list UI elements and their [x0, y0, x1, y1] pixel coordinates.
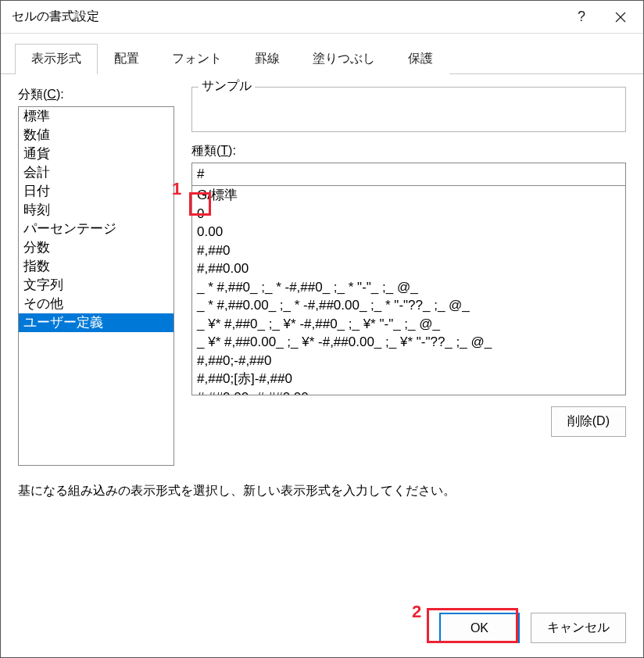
close-icon: [615, 12, 626, 23]
tab-配置[interactable]: 配置: [98, 44, 156, 74]
window-title: セルの書式設定: [12, 9, 562, 25]
format-item[interactable]: #,##0.00;-#,##0.00: [192, 388, 625, 396]
category-item[interactable]: 会計: [19, 163, 174, 182]
format-item[interactable]: _ * #,##0_ ;_ * -#,##0_ ;_ * "-"_ ;_ @_: [192, 278, 625, 297]
cancel-button[interactable]: キャンセル: [531, 613, 626, 643]
category-item[interactable]: 時刻: [19, 201, 174, 220]
format-item[interactable]: G/標準: [192, 186, 625, 205]
format-item[interactable]: 0: [192, 205, 625, 224]
tab-塗りつぶし[interactable]: 塗りつぶし: [296, 44, 392, 74]
sample-label: サンプル: [199, 78, 255, 95]
format-item[interactable]: #,##0.00: [192, 259, 625, 278]
help-icon: ?: [578, 9, 585, 25]
category-item[interactable]: 文字列: [19, 276, 174, 295]
ok-button[interactable]: OK: [439, 613, 520, 643]
close-button[interactable]: [601, 1, 640, 34]
format-cells-dialog: セルの書式設定 ? 表示形式配置フォント罫線塗りつぶし保護 分類(C): 標準数…: [0, 0, 644, 658]
format-item[interactable]: #,##0;-#,##0: [192, 352, 625, 370]
category-item[interactable]: 標準: [19, 107, 174, 126]
titlebar: セルの書式設定 ?: [1, 1, 643, 34]
tab-strip: 表示形式配置フォント罫線塗りつぶし保護: [1, 34, 643, 74]
category-listbox[interactable]: 標準数値通貨会計日付時刻パーセンテージ分数指数文字列その他ユーザー定義: [18, 106, 174, 466]
format-listbox[interactable]: G/標準00.00#,##0#,##0.00_ * #,##0_ ;_ * -#…: [191, 186, 626, 395]
tab-フォント[interactable]: フォント: [156, 44, 238, 74]
tab-保護[interactable]: 保護: [392, 44, 449, 74]
category-item[interactable]: ユーザー定義: [19, 313, 174, 332]
category-item[interactable]: 分数: [19, 238, 174, 257]
category-item[interactable]: 数値: [19, 126, 174, 145]
tab-表示形式[interactable]: 表示形式: [15, 44, 98, 74]
type-input[interactable]: [191, 163, 626, 186]
format-item[interactable]: _ * #,##0.00_ ;_ * -#,##0.00_ ;_ * "-"??…: [192, 296, 625, 315]
help-button[interactable]: ?: [562, 1, 601, 34]
category-item[interactable]: 通貨: [19, 145, 174, 163]
hint-text: 基になる組み込みの表示形式を選択し、新しい表示形式を入力してください。: [18, 483, 626, 499]
sample-box: サンプル: [191, 87, 626, 132]
format-item[interactable]: #,##0: [192, 241, 625, 260]
category-item[interactable]: その他: [19, 295, 174, 313]
format-item[interactable]: _ ¥* #,##0.00_ ;_ ¥* -#,##0.00_ ;_ ¥* "-…: [192, 333, 625, 352]
category-item[interactable]: 指数: [19, 257, 174, 276]
category-item[interactable]: パーセンテージ: [19, 220, 174, 238]
tab-罫線[interactable]: 罫線: [238, 44, 296, 74]
category-item[interactable]: 日付: [19, 182, 174, 201]
delete-button[interactable]: 削除(D): [551, 406, 626, 437]
sample-value: [192, 88, 625, 98]
format-item[interactable]: _ ¥* #,##0_ ;_ ¥* -#,##0_ ;_ ¥* "-"_ ;_ …: [192, 315, 625, 334]
dialog-footer: OK キャンセル: [1, 602, 643, 657]
type-label: 種類(T):: [191, 143, 626, 159]
content-area: 分類(C): 標準数値通貨会計日付時刻パーセンテージ分数指数文字列その他ユーザー…: [1, 74, 643, 602]
format-item[interactable]: #,##0;[赤]-#,##0: [192, 370, 625, 388]
category-label: 分類(C):: [18, 87, 174, 103]
format-item[interactable]: 0.00: [192, 223, 625, 241]
